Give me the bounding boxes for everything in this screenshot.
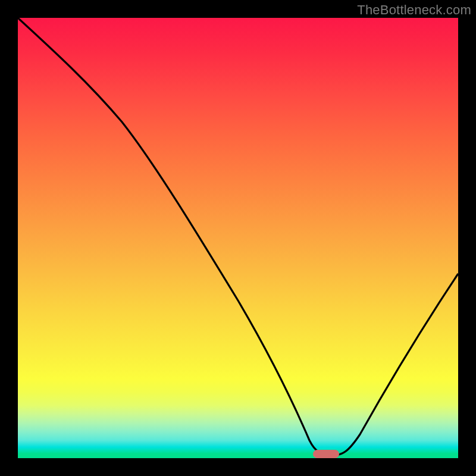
watermark-text: TheBottleneck.com [357, 2, 471, 18]
optimal-marker [313, 450, 339, 458]
bottleneck-curve [18, 18, 458, 458]
curve-path [18, 18, 458, 455]
plot-area [18, 18, 458, 458]
chart-container: TheBottleneck.com [0, 0, 476, 476]
